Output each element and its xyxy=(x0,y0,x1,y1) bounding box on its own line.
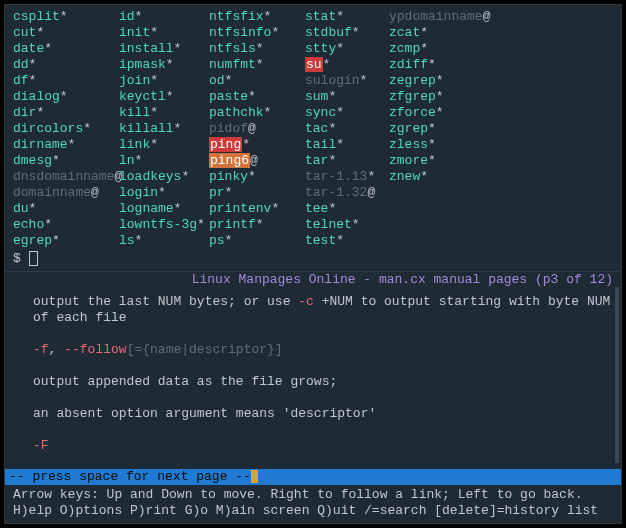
listing-entry-ipmask[interactable]: ipmask* xyxy=(119,57,209,73)
listing-entry-zcat[interactable]: zcat* xyxy=(389,25,479,41)
executable-icon: * xyxy=(436,89,444,104)
listing-entry-keyctl[interactable]: keyctl* xyxy=(119,89,209,105)
entry-name: stty xyxy=(305,41,336,56)
listing-entry-printf[interactable]: printf* xyxy=(209,217,305,233)
executable-icon: * xyxy=(83,121,91,136)
listing-entry-zfgrep[interactable]: zfgrep* xyxy=(389,89,479,105)
executable-icon: * xyxy=(428,57,436,72)
listing-entry-date[interactable]: date* xyxy=(13,41,119,57)
listing-entry-ping6[interactable]: ping6@ xyxy=(209,153,305,169)
listing-entry-logname[interactable]: logname* xyxy=(119,201,209,217)
listing-entry-printenv[interactable]: printenv* xyxy=(209,201,305,217)
entry-name: ping xyxy=(209,137,242,152)
entry-name: domainname xyxy=(13,185,91,200)
listing-entry-csplit[interactable]: csplit* xyxy=(13,9,119,25)
entry-name: dnsdomainname xyxy=(13,169,114,184)
listing-entry-sum[interactable]: sum* xyxy=(305,89,389,105)
listing-entry-stty[interactable]: stty* xyxy=(305,41,389,57)
manpage-pane[interactable]: output the last NUM bytes; or use -c +NU… xyxy=(5,288,621,454)
listing-entry-dircolors[interactable]: dircolors* xyxy=(13,121,119,137)
executable-icon: * xyxy=(336,41,344,56)
listing-entry-znew[interactable]: znew* xyxy=(389,169,479,185)
listing-entry-init[interactable]: init* xyxy=(119,25,209,41)
listing-entry-dialog[interactable]: dialog* xyxy=(13,89,119,105)
listing-entry-tar-1.32[interactable]: tar-1.32@ xyxy=(305,185,389,201)
listing-entry-login[interactable]: login* xyxy=(119,185,209,201)
listing-entry-zmore[interactable]: zmore* xyxy=(389,153,479,169)
executable-icon: * xyxy=(328,121,336,136)
listing-entry-dirname[interactable]: dirname* xyxy=(13,137,119,153)
listing-entry-ln[interactable]: ln* xyxy=(119,153,209,169)
listing-entry-zless[interactable]: zless* xyxy=(389,137,479,153)
listing-entry-sync[interactable]: sync* xyxy=(305,105,389,121)
listing-entry-su[interactable]: su* xyxy=(305,57,389,73)
entry-name: paste xyxy=(209,89,248,104)
listing-entry-zcmp[interactable]: zcmp* xyxy=(389,41,479,57)
entry-name: zmore xyxy=(389,153,428,168)
listing-entry-ntfsinfo[interactable]: ntfsinfo* xyxy=(209,25,305,41)
listing-entry-du[interactable]: du* xyxy=(13,201,119,217)
listing-entry-ypdomainname[interactable]: ypdomainname@ xyxy=(389,9,479,25)
listing-entry-dir[interactable]: dir* xyxy=(13,105,119,121)
listing-entry-install[interactable]: install* xyxy=(119,41,209,57)
listing-entry-zdiff[interactable]: zdiff* xyxy=(389,57,479,73)
listing-entry-loadkeys[interactable]: loadkeys* xyxy=(119,169,209,185)
help-line: Arrow keys: Up and Down to move. Right t… xyxy=(13,487,613,503)
listing-entry-numfmt[interactable]: numfmt* xyxy=(209,57,305,73)
listing-entry-ps[interactable]: ps* xyxy=(209,233,305,249)
listing-entry-killall[interactable]: killall* xyxy=(119,121,209,137)
listing-entry-link[interactable]: link* xyxy=(119,137,209,153)
listing-entry-pinky[interactable]: pinky* xyxy=(209,169,305,185)
listing-entry-ls[interactable]: ls* xyxy=(119,233,209,249)
listing-entry-lowntfs-3g[interactable]: lowntfs-3g* xyxy=(119,217,209,233)
executable-icon: * xyxy=(323,57,331,72)
listing-entry-ntfsfix[interactable]: ntfsfix* xyxy=(209,9,305,25)
entry-name: sync xyxy=(305,105,336,120)
man-paragraph: output appended data as the file grows; xyxy=(33,374,613,390)
listing-entry-dmesg[interactable]: dmesg* xyxy=(13,153,119,169)
entry-name: init xyxy=(119,25,150,40)
listing-entry-od[interactable]: od* xyxy=(209,73,305,89)
listing-entry-dd[interactable]: dd* xyxy=(13,57,119,73)
executable-icon: * xyxy=(166,57,174,72)
listing-entry-test[interactable]: test* xyxy=(305,233,389,249)
listing-entry-pr[interactable]: pr* xyxy=(209,185,305,201)
listing-entry-echo[interactable]: echo* xyxy=(13,217,119,233)
executable-icon: * xyxy=(420,25,428,40)
listing-entry-cut[interactable]: cut* xyxy=(13,25,119,41)
listing-entry-pidof[interactable]: pidof@ xyxy=(209,121,305,137)
executable-icon: * xyxy=(36,25,44,40)
listing-entry-pathchk[interactable]: pathchk* xyxy=(209,105,305,121)
entry-name: keyctl xyxy=(119,89,166,104)
listing-entry-zegrep[interactable]: zegrep* xyxy=(389,73,479,89)
executable-icon: * xyxy=(52,153,60,168)
listing-entry-ping[interactable]: ping* xyxy=(209,137,305,153)
listing-entry-df[interactable]: df* xyxy=(13,73,119,89)
entry-name: ln xyxy=(119,153,135,168)
listing-entry-kill[interactable]: kill* xyxy=(119,105,209,121)
listing-entry-stat[interactable]: stat* xyxy=(305,9,389,25)
listing-entry-join[interactable]: join* xyxy=(119,73,209,89)
listing-entry-tac[interactable]: tac* xyxy=(305,121,389,137)
listing-entry-tar-1.13[interactable]: tar-1.13* xyxy=(305,169,389,185)
shell-prompt[interactable]: $ xyxy=(5,249,621,269)
listing-entry-stdbuf[interactable]: stdbuf* xyxy=(305,25,389,41)
scrollbar[interactable] xyxy=(615,287,619,463)
listing-entry-tar[interactable]: tar* xyxy=(305,153,389,169)
listing-entry-tee[interactable]: tee* xyxy=(305,201,389,217)
flag-F: -F xyxy=(33,438,49,453)
listing-entry-zgrep[interactable]: zgrep* xyxy=(389,121,479,137)
listing-entry-sulogin[interactable]: sulogin* xyxy=(305,73,389,89)
listing-entry-ntfsls[interactable]: ntfsls* xyxy=(209,41,305,57)
listing-entry-zforce[interactable]: zforce* xyxy=(389,105,479,121)
listing-entry-egrep[interactable]: egrep* xyxy=(13,233,119,249)
listing-entry-dnsdomainname[interactable]: dnsdomainname@ xyxy=(13,169,119,185)
entry-name: znew xyxy=(389,169,420,184)
listing-entry-domainname[interactable]: domainname@ xyxy=(13,185,119,201)
listing-entry-paste[interactable]: paste* xyxy=(209,89,305,105)
listing-entry-telnet[interactable]: telnet* xyxy=(305,217,389,233)
listing-entry-id[interactable]: id* xyxy=(119,9,209,25)
flag-follow: --follow xyxy=(64,342,126,357)
executable-icon: * xyxy=(225,185,233,200)
listing-entry-tail[interactable]: tail* xyxy=(305,137,389,153)
